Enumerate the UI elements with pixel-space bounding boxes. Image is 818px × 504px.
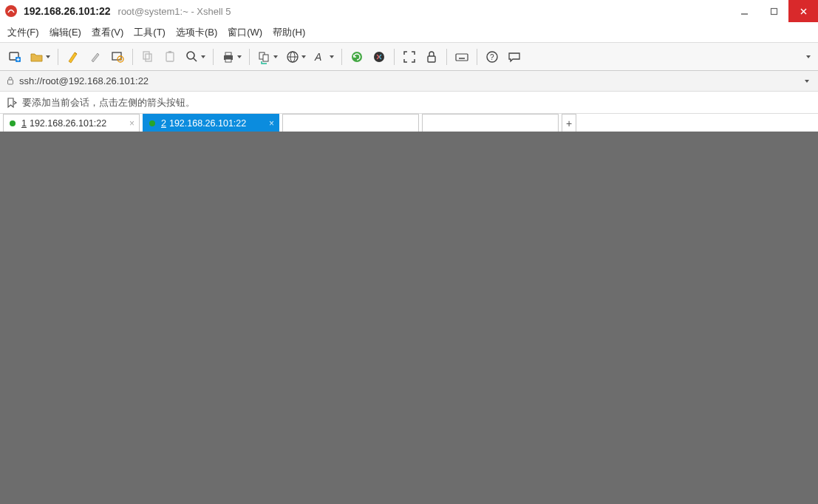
add-tab-button[interactable]: + [562, 114, 576, 132]
svg-rect-13 [146, 54, 151, 61]
svg-rect-15 [168, 51, 171, 53]
session-tab-2[interactable]: 2 192.168.26.101:22 × [143, 114, 279, 132]
svg-rect-22 [263, 55, 268, 61]
address-text[interactable]: ssh://root@192.168.26.101:22 [19, 75, 802, 86]
title-host: 192.168.26.101:22 [24, 5, 111, 17]
tab-label: 192.168.26.101:22 [30, 118, 106, 129]
toolbar-separator [213, 49, 214, 65]
menu-window[interactable]: 窗口(W) [228, 26, 262, 39]
highlight-button[interactable] [63, 47, 83, 67]
svg-rect-29 [428, 56, 435, 62]
svg-rect-14 [166, 52, 174, 61]
terminal-area[interactable] [0, 132, 818, 504]
lock-icon [6, 75, 15, 88]
menubar: 文件(F) 编辑(E) 查看(V) 工具(T) 选项卡(B) 窗口(W) 帮助(… [0, 22, 818, 43]
svg-text:?: ? [490, 53, 494, 61]
copy-button[interactable] [137, 47, 158, 67]
menu-file[interactable]: 文件(F) [7, 26, 39, 39]
titlebar: 192.168.26.101:22 root@system1:~ - Xshel… [0, 0, 818, 22]
status-dot-icon [149, 120, 155, 126]
menu-tools[interactable]: 工具(T) [134, 26, 166, 39]
print-button[interactable] [218, 47, 245, 67]
app-icon [4, 4, 18, 18]
disconnect-button[interactable] [369, 47, 389, 67]
toolbar-separator [341, 49, 342, 65]
svg-rect-30 [456, 54, 468, 61]
svg-rect-12 [143, 52, 149, 59]
toolbar-separator [58, 49, 58, 65]
tab-close-button[interactable]: × [129, 118, 134, 129]
toolbar-separator [132, 49, 133, 65]
svg-rect-19 [225, 52, 231, 55]
open-session-button[interactable] [27, 47, 53, 67]
minimize-button[interactable] [729, 0, 759, 22]
toolbar-separator [249, 49, 250, 65]
lock-button[interactable] [421, 47, 442, 67]
svg-text:A: A [314, 51, 321, 63]
maximize-button[interactable] [759, 0, 788, 22]
svg-point-27 [352, 52, 362, 62]
toolbar: A ? [0, 43, 818, 71]
tab-label: 192.168.26.101:22 [169, 118, 246, 129]
status-dot-icon [10, 120, 16, 126]
tab-close-button[interactable]: × [269, 118, 274, 129]
svg-line-17 [194, 58, 197, 61]
reconnect-button[interactable] [347, 47, 367, 67]
title-session: root@system1:~ - Xshell 5 [118, 6, 231, 17]
feedback-button[interactable] [504, 47, 525, 67]
toolbar-separator [394, 49, 395, 65]
close-button[interactable] [788, 0, 818, 22]
new-session-button[interactable] [4, 47, 25, 67]
font-button[interactable]: A [310, 47, 337, 67]
find-button[interactable] [182, 47, 208, 67]
transfer-button[interactable] [254, 47, 281, 67]
address-bar: ssh://root@192.168.26.101:22 [0, 71, 818, 92]
tab-bar: 1 192.168.26.101:22 × 2 192.168.26.101:2… [0, 114, 818, 132]
session-tab-1[interactable]: 1 192.168.26.101:22 × [3, 114, 140, 132]
help-button[interactable]: ? [482, 47, 502, 67]
address-dropdown[interactable] [802, 80, 812, 83]
svg-point-11 [120, 58, 122, 60]
properties-button[interactable] [107, 47, 128, 67]
color-button[interactable] [85, 47, 106, 67]
tab-index: 1 [21, 118, 27, 129]
toolbar-overflow[interactable] [803, 55, 814, 58]
keyboard-button[interactable] [451, 47, 472, 67]
bookmark-hint-icon[interactable] [6, 97, 18, 109]
session-tab-3[interactable] [282, 114, 419, 132]
svg-point-16 [187, 52, 194, 59]
menu-help[interactable]: 帮助(H) [273, 26, 305, 39]
fullscreen-button[interactable] [399, 47, 420, 67]
paste-button[interactable] [160, 47, 180, 67]
svg-point-0 [5, 5, 17, 17]
svg-rect-2 [771, 8, 777, 14]
svg-rect-38 [8, 80, 13, 84]
hint-bar: 要添加当前会话，点击左侧的箭头按钮。 [0, 92, 818, 114]
session-tab-4[interactable] [422, 114, 559, 132]
menu-edit[interactable]: 编辑(E) [50, 26, 81, 39]
menu-view[interactable]: 查看(V) [92, 26, 123, 39]
toolbar-separator [446, 49, 447, 65]
svg-rect-20 [225, 59, 231, 62]
tab-index: 2 [161, 118, 166, 129]
hint-text: 要添加当前会话，点击左侧的箭头按钮。 [22, 96, 195, 109]
toolbar-separator [477, 49, 477, 65]
menu-tabs[interactable]: 选项卡(B) [176, 26, 217, 39]
encoding-button[interactable] [282, 47, 309, 67]
